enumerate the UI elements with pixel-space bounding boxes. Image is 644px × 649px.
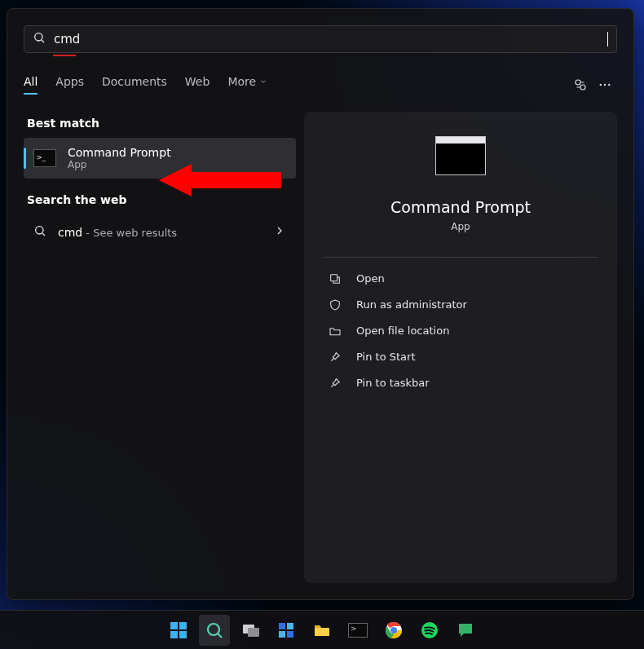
start-button[interactable] bbox=[163, 615, 194, 646]
tab-apps[interactable]: Apps bbox=[55, 75, 84, 95]
svg-rect-13 bbox=[170, 631, 178, 638]
chevron-down-icon bbox=[259, 77, 267, 86]
folder-icon bbox=[312, 620, 332, 640]
svg-rect-19 bbox=[279, 623, 285, 629]
section-search-web: Search the web bbox=[24, 188, 296, 214]
tab-web[interactable]: Web bbox=[185, 75, 210, 95]
section-best-match: Best match bbox=[24, 112, 296, 138]
folder-icon bbox=[329, 324, 342, 338]
svg-rect-12 bbox=[179, 622, 187, 629]
search-icon bbox=[33, 224, 46, 241]
svg-point-3 bbox=[580, 85, 585, 90]
result-subtitle: App bbox=[68, 159, 171, 170]
chevron-right-icon bbox=[273, 224, 286, 241]
windows-logo-icon bbox=[169, 620, 188, 640]
taskbar-task-view[interactable] bbox=[235, 615, 266, 646]
taskbar-spotify[interactable] bbox=[414, 615, 445, 646]
command-prompt-icon bbox=[348, 623, 368, 638]
divider bbox=[324, 257, 598, 258]
svg-rect-9 bbox=[331, 274, 337, 280]
tab-more[interactable]: More bbox=[227, 75, 267, 95]
svg-point-4 bbox=[600, 83, 602, 85]
more-options-icon[interactable] bbox=[593, 73, 617, 97]
taskbar-file-explorer[interactable] bbox=[307, 615, 337, 646]
text-caret bbox=[607, 32, 608, 46]
web-query: cmd bbox=[58, 226, 82, 239]
search-icon bbox=[205, 620, 224, 640]
svg-point-7 bbox=[36, 226, 43, 233]
action-run-admin[interactable]: Run as administrator bbox=[324, 292, 598, 318]
tab-documents[interactable]: Documents bbox=[102, 75, 167, 95]
svg-line-8 bbox=[42, 233, 45, 236]
pin-icon bbox=[329, 351, 342, 364]
pin-icon bbox=[329, 377, 342, 390]
action-pin-taskbar-label: Pin to taskbar bbox=[356, 377, 430, 389]
web-result-cmd[interactable]: cmd - See web results bbox=[24, 214, 296, 250]
spotify-icon bbox=[420, 620, 439, 640]
svg-point-6 bbox=[608, 83, 610, 85]
svg-point-15 bbox=[208, 624, 219, 635]
svg-rect-14 bbox=[179, 631, 187, 638]
svg-rect-21 bbox=[279, 631, 285, 638]
action-open-location[interactable]: Open file location bbox=[324, 318, 598, 344]
svg-line-1 bbox=[42, 40, 44, 42]
chrome-icon bbox=[384, 620, 404, 640]
widgets-icon bbox=[276, 620, 296, 640]
preview-title: Command Prompt bbox=[324, 198, 598, 216]
svg-rect-22 bbox=[287, 631, 293, 638]
tab-more-label: More bbox=[227, 75, 256, 88]
chat-icon bbox=[456, 620, 475, 640]
search-icon bbox=[33, 31, 46, 47]
action-open-location-label: Open file location bbox=[356, 324, 449, 337]
svg-line-16 bbox=[218, 634, 223, 638]
filter-tabs-row: All Apps Documents Web More bbox=[24, 73, 617, 97]
web-hint: - See web results bbox=[82, 227, 177, 239]
action-pin-taskbar[interactable]: Pin to taskbar bbox=[324, 370, 598, 396]
spellcheck-underline bbox=[53, 55, 76, 56]
action-open-label: Open bbox=[356, 272, 385, 285]
tab-all[interactable]: All bbox=[24, 75, 37, 95]
taskbar-command-prompt[interactable] bbox=[342, 615, 373, 646]
command-prompt-icon: >_ bbox=[33, 149, 56, 167]
search-bar[interactable] bbox=[24, 25, 617, 53]
search-input[interactable] bbox=[54, 32, 599, 46]
results-column: Best match >_ Command Prompt App Search … bbox=[24, 112, 296, 584]
result-text: Command Prompt App bbox=[68, 146, 171, 170]
open-icon bbox=[329, 272, 342, 285]
action-pin-start[interactable]: Pin to Start bbox=[324, 344, 598, 370]
svg-rect-11 bbox=[170, 622, 178, 629]
start-search-panel: All Apps Documents Web More Best match >… bbox=[7, 8, 634, 600]
svg-point-5 bbox=[604, 83, 606, 85]
taskbar-chat[interactable] bbox=[450, 615, 481, 646]
taskbar-widgets[interactable] bbox=[271, 615, 302, 646]
result-command-prompt[interactable]: >_ Command Prompt App bbox=[24, 138, 296, 179]
shield-icon bbox=[329, 298, 342, 311]
svg-rect-20 bbox=[287, 623, 293, 629]
svg-point-0 bbox=[35, 33, 42, 41]
task-view-icon bbox=[240, 620, 260, 640]
settings-icon[interactable] bbox=[568, 73, 593, 97]
action-open[interactable]: Open bbox=[324, 266, 598, 292]
taskbar-chrome[interactable] bbox=[378, 615, 409, 646]
svg-point-24 bbox=[390, 627, 397, 634]
taskbar-search[interactable] bbox=[199, 615, 230, 646]
preview-pane: Command Prompt App Open Run as administr… bbox=[304, 112, 617, 584]
action-run-admin-label: Run as administrator bbox=[356, 298, 467, 311]
result-title: Command Prompt bbox=[68, 146, 171, 159]
preview-app-icon bbox=[435, 136, 486, 175]
action-pin-start-label: Pin to Start bbox=[356, 351, 415, 363]
taskbar bbox=[0, 610, 644, 649]
svg-point-2 bbox=[576, 80, 580, 85]
svg-rect-18 bbox=[248, 628, 259, 637]
preview-subtitle: App bbox=[324, 221, 598, 232]
